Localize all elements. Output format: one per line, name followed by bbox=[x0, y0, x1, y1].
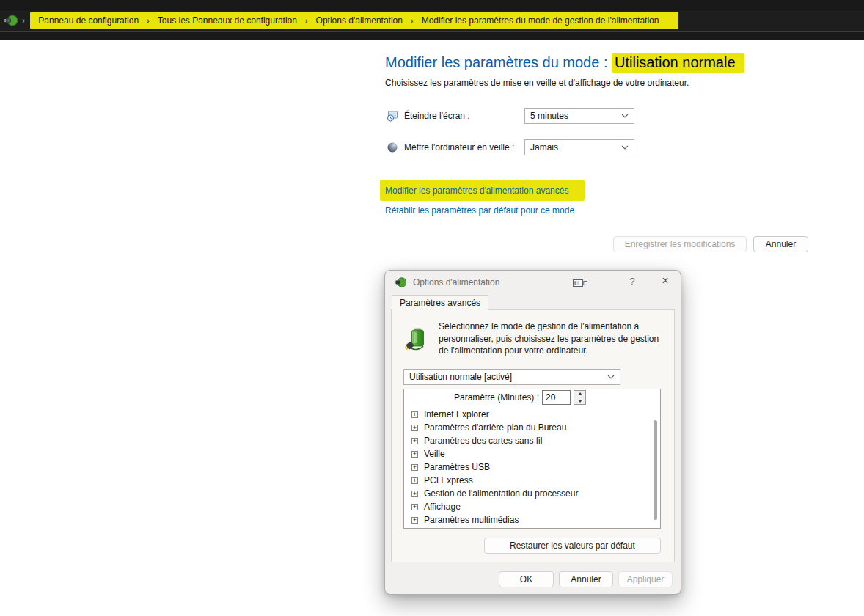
expand-plus-icon[interactable]: + bbox=[411, 438, 418, 444]
sleep-selected-value: Jamais bbox=[530, 142, 558, 153]
chevron-down-icon bbox=[621, 145, 629, 150]
chevron-down-icon bbox=[607, 375, 615, 379]
spinner-down-button[interactable] bbox=[574, 397, 585, 404]
tab-advanced-settings[interactable]: Paramètres avancés bbox=[392, 295, 488, 310]
apply-button[interactable]: Appliquer bbox=[618, 571, 673, 587]
list-scrollbar-thumb[interactable] bbox=[654, 420, 657, 520]
expand-plus-icon[interactable]: + bbox=[411, 491, 418, 497]
breadcrumb-item[interactable]: Modifier les paramètres du mode de gesti… bbox=[420, 15, 673, 26]
breadcrumb-separator-icon: › bbox=[405, 16, 420, 25]
power-options-icon bbox=[4, 14, 18, 27]
sleep-select[interactable]: Jamais bbox=[524, 139, 634, 155]
parameter-row: Paramètre (Minutes) : bbox=[404, 389, 660, 406]
tree-item[interactable]: + Paramètres multimédias bbox=[404, 513, 648, 527]
breadcrumb-separator-icon: › bbox=[141, 16, 155, 25]
dialog-cancel-button[interactable]: Annuler bbox=[559, 571, 613, 587]
page-button-row: Enregistrer les modifications Annuler bbox=[613, 236, 808, 252]
dialog-description: Sélectionnez le mode de gestion de l'ali… bbox=[439, 320, 663, 357]
breadcrumb: Panneau de configuration › Tous les Pann… bbox=[30, 12, 678, 29]
tree-item[interactable]: + Gestion de l'alimentation du processeu… bbox=[404, 487, 648, 500]
dialog-help-button[interactable]: ? bbox=[626, 276, 639, 287]
restore-defaults-link[interactable]: Rétablir les paramètres par défaut pour … bbox=[385, 205, 574, 216]
ok-button[interactable]: OK bbox=[499, 571, 554, 587]
page-cancel-button[interactable]: Annuler bbox=[753, 236, 808, 252]
chevron-right-icon: › bbox=[18, 15, 30, 27]
explorer-titlebar: › Panneau de configuration › Tous les Pa… bbox=[0, 0, 864, 40]
power-plug-icon bbox=[395, 276, 406, 288]
advanced-settings-list: Paramètre (Minutes) : + Internet Explore… bbox=[403, 389, 661, 529]
expand-plus-icon[interactable]: + bbox=[411, 504, 418, 510]
power-options-dialog: Options d'alimentation ? × Paramètres av… bbox=[384, 270, 681, 595]
page-title-prefix: Modifier les paramètres du mode : bbox=[385, 54, 607, 70]
spinner-up-button[interactable] bbox=[574, 391, 585, 397]
parameter-minutes-input[interactable] bbox=[542, 390, 571, 405]
plan-name-highlight: Utilisation normale bbox=[612, 53, 744, 73]
settings-tree: + Internet Explorer + Paramètres d'arriè… bbox=[404, 408, 648, 527]
parameter-minutes-label: Paramètre (Minutes) : bbox=[404, 392, 539, 403]
sleep-moon-icon bbox=[387, 142, 398, 153]
save-changes-button[interactable]: Enregistrer les modifications bbox=[613, 236, 747, 252]
expand-plus-icon[interactable]: + bbox=[411, 425, 418, 431]
screen-off-row: Éteindre l'écran : 5 minutes bbox=[387, 108, 634, 124]
page-subtitle: Choisissez les paramètres de mise en vei… bbox=[385, 78, 689, 88]
sleep-row: Mettre l'ordinateur en veille : Jamais bbox=[387, 139, 634, 155]
tree-item[interactable]: + Veille bbox=[404, 447, 648, 461]
breadcrumb-item[interactable]: Panneau de configuration › bbox=[36, 15, 155, 26]
chevron-down-icon bbox=[621, 114, 629, 118]
sleep-label: Mettre l'ordinateur en veille : bbox=[404, 142, 524, 153]
expand-plus-icon[interactable]: + bbox=[411, 411, 418, 418]
battery-plug-icon bbox=[405, 326, 430, 351]
expand-plus-icon[interactable]: + bbox=[411, 464, 418, 471]
tree-item[interactable]: + PCI Express bbox=[404, 474, 648, 487]
advanced-settings-tab-page: Sélectionnez le mode de gestion de l'ali… bbox=[391, 309, 675, 562]
breadcrumb-separator-icon: › bbox=[299, 16, 314, 25]
expand-plus-icon[interactable]: + bbox=[411, 517, 418, 524]
restore-defaults-button[interactable]: Restaurer les valeurs par défaut bbox=[484, 538, 661, 554]
breadcrumb-item[interactable]: Tous les Panneaux de configuration › bbox=[155, 15, 314, 26]
power-plan-selected-value: Utilisation normale [activé] bbox=[409, 372, 512, 382]
advanced-settings-link[interactable]: Modifier les paramètres d'alimentation a… bbox=[385, 186, 568, 196]
expand-plus-icon[interactable]: + bbox=[411, 477, 418, 484]
tree-item[interactable]: + Affichage bbox=[404, 500, 648, 513]
breadcrumb-item[interactable]: Options d'alimentation › bbox=[314, 15, 420, 26]
parameter-spinner bbox=[574, 390, 586, 405]
dialog-close-button[interactable]: × bbox=[658, 274, 673, 287]
screen-off-selected-value: 5 minutes bbox=[530, 111, 568, 121]
tree-item[interactable]: + Paramètres des cartes sans fil bbox=[404, 434, 648, 447]
page-divider bbox=[0, 230, 864, 230]
dialog-button-row: OK Annuler Appliquer bbox=[499, 571, 673, 587]
display-clock-icon bbox=[387, 110, 398, 122]
power-plan-select[interactable]: Utilisation normale [activé] bbox=[403, 369, 620, 385]
screen-off-label: Éteindre l'écran : bbox=[404, 111, 524, 121]
tree-item[interactable]: + Internet Explorer bbox=[404, 408, 648, 421]
address-bar[interactable]: › Panneau de configuration › Tous les Pa… bbox=[0, 10, 864, 32]
tree-item[interactable]: + Paramètres USB bbox=[404, 461, 648, 474]
battery-indicator-icon bbox=[573, 277, 587, 286]
dialog-title: Options d'alimentation bbox=[413, 277, 499, 287]
page-title: Modifier les paramètres du mode : Utilis… bbox=[385, 54, 744, 71]
tree-item[interactable]: + Paramètres d'arrière-plan du Bureau bbox=[404, 421, 648, 434]
advanced-settings-link-highlight: Modifier les paramètres d'alimentation a… bbox=[380, 180, 585, 201]
screen-off-select[interactable]: 5 minutes bbox=[524, 108, 634, 124]
expand-plus-icon[interactable]: + bbox=[411, 451, 418, 458]
